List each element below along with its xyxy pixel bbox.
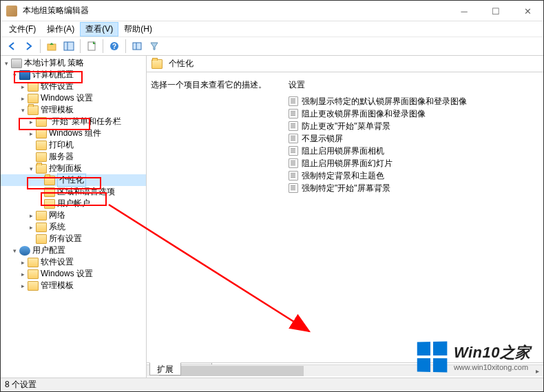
tree-system[interactable]: ▸系统 (1, 221, 146, 233)
tree-all-settings[interactable]: 所有设置 (1, 233, 146, 245)
tree-user-accounts[interactable]: 用户帐户 (1, 198, 146, 209)
show-hide-tree-button[interactable] (61, 39, 76, 54)
folder-icon (36, 129, 47, 138)
description-column: 选择一个项目来查看它的描述。 (151, 79, 289, 362)
expander-icon[interactable]: ▸ (27, 212, 35, 220)
content-header: 个性化 (147, 56, 543, 72)
tree-software-settings[interactable]: ▸软件设置 (1, 81, 146, 92)
policy-root-icon (11, 59, 22, 68)
windows-logo-icon (417, 341, 448, 372)
status-text: 8 个设置 (5, 379, 36, 391)
expander-icon[interactable]: ▸ (19, 94, 27, 103)
description-text: 选择一个项目来查看它的描述。 (151, 79, 289, 91)
content-body: 选择一个项目来查看它的描述。 设置 强制显示特定的默认锁屏界面图像和登录图像 阻… (147, 72, 543, 362)
setting-item[interactable]: 强制特定"开始"屏幕背景 (289, 182, 539, 194)
scroll-right-button[interactable]: ▸ (532, 365, 543, 377)
expander-icon[interactable]: ▸ (19, 83, 27, 91)
policy-icon (289, 183, 298, 193)
tree-root[interactable]: ▾本地计算机 策略 (1, 57, 146, 69)
main-area: ▾本地计算机 策略 ▾计算机配置 ▸软件设置 ▸Windows 设置 ▾管理模板… (1, 56, 543, 378)
expander-icon[interactable]: ▸ (27, 130, 35, 138)
tree-personalization[interactable]: 个性化 (1, 174, 146, 186)
policy-icon (289, 171, 298, 180)
tab-extended[interactable]: 扩展 (149, 362, 181, 375)
expander-icon[interactable]: ▾ (2, 59, 10, 68)
options-button[interactable] (129, 39, 145, 54)
tree-windows-components[interactable]: ▸Windows 组件 (1, 127, 146, 139)
tree-admin-templates[interactable]: ▾管理模板 (1, 104, 146, 116)
filter-button[interactable] (147, 39, 162, 54)
expander-icon[interactable]: ▾ (19, 106, 27, 114)
close-button[interactable]: ✕ (512, 1, 543, 21)
menubar: 文件(F) 操作(A) 查看(V) 帮助(H) (1, 21, 543, 37)
tree-network[interactable]: ▸网络 (1, 209, 146, 221)
tree-region-language[interactable]: 区域和语言选项 (1, 186, 146, 198)
folder-icon (28, 258, 39, 267)
expander-icon[interactable]: ▾ (10, 247, 19, 255)
policy-icon (289, 146, 298, 156)
setting-item[interactable]: 阻止更改锁屏界面图像和登录图像 (289, 107, 539, 120)
tree-uc-admin[interactable]: ▸管理模板 (1, 280, 146, 291)
content-pane: 个性化 选择一个项目来查看它的描述。 设置 强制显示特定的默认锁屏界面图像和登录… (147, 56, 543, 378)
statusbar: 8 个设置 (1, 378, 543, 391)
svg-text:?: ? (112, 43, 116, 50)
tree-computer-config[interactable]: ▾计算机配置 (1, 69, 146, 81)
policy-icon (289, 121, 298, 131)
menu-help[interactable]: 帮助(H) (118, 22, 158, 37)
expander-icon[interactable]: ▸ (19, 258, 27, 267)
export-button[interactable] (84, 39, 99, 54)
settings-column: 设置 强制显示特定的默认锁屏界面图像和登录图像 阻止更改锁屏界面图像和登录图像 … (289, 79, 539, 362)
setting-item[interactable]: 防止更改"开始"菜单背景 (289, 120, 539, 132)
setting-item[interactable]: 强制显示特定的默认锁屏界面图像和登录图像 (289, 95, 539, 107)
folder-icon (44, 176, 55, 185)
up-button[interactable] (44, 39, 59, 54)
folder-icon (28, 105, 39, 115)
tree-pane[interactable]: ▾本地计算机 策略 ▾计算机配置 ▸软件设置 ▸Windows 设置 ▾管理模板… (1, 56, 147, 378)
setting-item[interactable]: 强制特定背景和主题色 (289, 169, 539, 182)
tree-windows-settings[interactable]: ▸Windows 设置 (1, 92, 146, 104)
back-button[interactable] (4, 39, 19, 54)
toolbar: ? (1, 37, 543, 56)
folder-icon (28, 281, 39, 291)
folder-icon (36, 141, 47, 150)
svg-rect-6 (133, 43, 141, 50)
expander-icon[interactable]: ▸ (19, 270, 27, 278)
expander-icon[interactable]: ▸ (27, 223, 35, 231)
tree-printers[interactable]: 打印机 (1, 139, 146, 151)
menu-file[interactable]: 文件(F) (3, 22, 41, 37)
setting-item[interactable]: 阻止启用锁屏界面幻灯片 (289, 157, 539, 169)
menu-view[interactable]: 查看(V) (80, 22, 118, 37)
tree-start-taskbar[interactable]: ▸"开始"菜单和任务栏 (1, 116, 146, 127)
help-button[interactable]: ? (107, 39, 122, 54)
policy-icon (289, 96, 298, 106)
user-icon (19, 246, 30, 256)
policy-icon (289, 158, 298, 168)
tree-control-panel[interactable]: ▾控制面板 (1, 163, 146, 174)
expander-icon[interactable]: ▸ (19, 282, 27, 290)
app-icon (6, 6, 17, 17)
tree-user-config[interactable]: ▾用户配置 (1, 245, 146, 256)
tree-servers[interactable]: 服务器 (1, 151, 146, 163)
titlebar: 本地组策略编辑器 ─ ☐ ✕ (1, 1, 543, 21)
setting-item[interactable]: 不显示锁屏 (289, 132, 539, 145)
svg-rect-0 (48, 44, 56, 50)
folder-icon (28, 82, 39, 92)
folder-icon (36, 152, 47, 162)
content-title: 个性化 (169, 58, 193, 70)
expander-icon[interactable]: ▸ (27, 118, 35, 126)
computer-icon (19, 70, 30, 80)
expander-icon[interactable]: ▾ (27, 165, 35, 173)
folder-icon (36, 117, 47, 127)
forward-button[interactable] (21, 39, 36, 54)
tree-uc-windows[interactable]: ▸Windows 设置 (1, 268, 146, 280)
setting-item[interactable]: 阻止启用锁屏界面相机 (289, 145, 539, 157)
maximize-button[interactable]: ☐ (480, 1, 512, 21)
minimize-button[interactable]: ─ (448, 1, 480, 21)
settings-heading: 设置 (289, 79, 539, 91)
folder-icon (36, 234, 47, 244)
expander-icon[interactable]: ▾ (10, 71, 19, 79)
tree-uc-software[interactable]: ▸软件设置 (1, 256, 146, 268)
folder-icon (151, 59, 163, 69)
watermark-url: www.win10xitong.com (454, 363, 531, 371)
menu-action[interactable]: 操作(A) (41, 22, 80, 37)
